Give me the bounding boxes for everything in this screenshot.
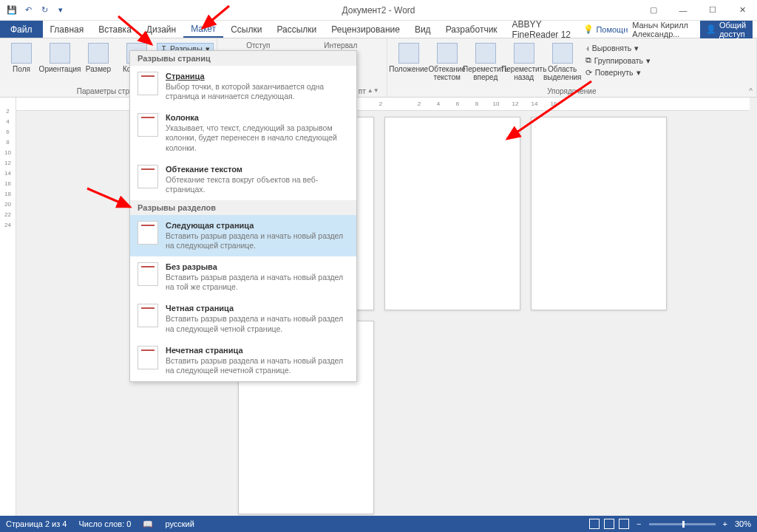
tab-abbyy[interactable]: ABBYY FineReader 12: [505, 21, 584, 38]
zoom-level[interactable]: 30%: [735, 519, 751, 528]
breaks-dropdown: Разрывы страниц СтраницаВыбор точки, в к…: [129, 50, 357, 382]
qat-customize-icon[interactable]: ▾: [55, 4, 67, 16]
selection-pane-label: Область выделения: [543, 65, 581, 81]
section-odd-page[interactable]: Нечетная страницаВставить разрыв раздела…: [130, 340, 356, 381]
ribbon: Поля Ориентация Размер Колонки ↧ Разрывы…: [0, 38, 757, 98]
margins-label: Поля: [13, 65, 30, 73]
even-page-icon: [138, 304, 158, 327]
section-even-page[interactable]: Четная страницаВставить разрыв раздела и…: [130, 298, 356, 339]
close-icon[interactable]: ✕: [727, 0, 757, 21]
orientation-button[interactable]: Ориентация: [41, 40, 78, 86]
continuous-icon: [138, 262, 158, 286]
status-language[interactable]: русский: [165, 519, 194, 528]
view-switcher: [589, 519, 629, 529]
tab-mailings[interactable]: Рассылки: [269, 21, 324, 38]
break-text-wrap[interactable]: Обтекание текстомОбтекание текста вокруг…: [130, 159, 356, 200]
arrange-label: Упорядочение: [390, 86, 753, 95]
tab-review[interactable]: Рецензирование: [324, 21, 407, 38]
align-button[interactable]: ⫞ Выровнять ▾: [583, 43, 654, 53]
pages-area[interactable]: [16, 111, 757, 516]
section-odd-desc: Вставить разрыв раздела и начать новый р…: [166, 356, 349, 375]
tell-me-button[interactable]: 💡 Помощн: [583, 24, 628, 34]
group-button[interactable]: ⧉ Группировать ▾: [583, 55, 654, 66]
backward-icon: [514, 43, 534, 64]
zoom-out-icon[interactable]: −: [637, 519, 641, 528]
bring-forward-button[interactable]: Переместить вперед: [467, 40, 504, 86]
tab-developer[interactable]: Разработчик: [438, 21, 505, 38]
spacing-unit: пт: [359, 87, 366, 95]
selection-pane-icon: [552, 43, 573, 64]
share-label: Общий доступ: [719, 21, 747, 38]
tab-insert[interactable]: Вставка: [91, 21, 139, 38]
backward-label: Переместить назад: [501, 65, 546, 81]
break-page-desc: Выбор точки, в которой заканчивается одн…: [166, 82, 349, 101]
break-column-title: Колонка: [166, 113, 199, 122]
section-cont-title: Без разрыва: [166, 262, 217, 271]
position-label: Положение: [389, 65, 428, 73]
zoom-in-icon[interactable]: +: [723, 519, 727, 528]
print-layout-icon[interactable]: [604, 519, 614, 529]
break-wrap-title: Обтекание текстом: [166, 165, 242, 174]
page-2[interactable]: [384, 117, 520, 310]
wrap-label: Обтекание текстом: [429, 65, 466, 81]
quick-access-toolbar: 💾 ↶ ↻ ▾: [0, 4, 67, 16]
send-backward-button[interactable]: Переместить назад: [506, 40, 543, 86]
ruler-vertical[interactable]: 24681012141618202224: [0, 98, 16, 516]
window-title: Документ2 - Word: [342, 5, 415, 16]
collapse-ribbon-icon[interactable]: ^: [749, 87, 753, 95]
orientation-icon: [50, 43, 70, 64]
zoom-slider[interactable]: [649, 523, 716, 525]
read-mode-icon[interactable]: [589, 519, 600, 529]
tab-references[interactable]: Ссылки: [223, 21, 269, 38]
forward-icon: [475, 43, 496, 64]
break-column[interactable]: КолонкаУказывает, что текст, следующий з…: [130, 107, 356, 158]
text-wrap-icon: [138, 165, 158, 188]
align-label: Выровнять: [592, 44, 632, 52]
undo-icon[interactable]: ↶: [22, 4, 34, 16]
minimize-icon[interactable]: —: [668, 0, 698, 21]
group-obj-label: Группировать: [594, 56, 643, 65]
selection-pane-button[interactable]: Область выделения: [544, 40, 581, 86]
odd-page-icon: [138, 346, 158, 369]
section-breaks-header: Разрывы разделов: [130, 200, 356, 215]
page-3[interactable]: [531, 117, 667, 310]
save-icon[interactable]: 💾: [6, 4, 18, 16]
break-page[interactable]: СтраницаВыбор точки, в которой заканчива…: [130, 66, 356, 107]
size-label: Размер: [86, 65, 111, 73]
next-page-icon: [138, 221, 158, 245]
ribbon-tabs: Файл Главная Вставка Дизайн Макет Ссылки…: [0, 21, 757, 38]
margins-icon: [11, 43, 32, 64]
user-name[interactable]: Маныч Кирилл Александр...: [632, 21, 696, 38]
status-words[interactable]: Число слов: 0: [78, 519, 131, 528]
margins-button[interactable]: Поля: [3, 40, 40, 86]
rotate-label: Повернуть: [595, 68, 634, 77]
size-icon: [88, 43, 109, 64]
section-next-page[interactable]: Следующая страницаВставить разрыв раздел…: [130, 215, 356, 256]
status-page[interactable]: Страница 2 из 4: [6, 519, 67, 528]
tab-file[interactable]: Файл: [0, 21, 43, 38]
tab-view[interactable]: Вид: [407, 21, 438, 38]
workspace: L 24681012141618202224 2246810121416: [0, 98, 757, 516]
redo-icon[interactable]: ↻: [38, 4, 50, 16]
rotate-button[interactable]: ⟳ Повернуть ▾: [583, 67, 654, 78]
web-layout-icon[interactable]: [619, 519, 629, 529]
title-bar: 💾 ↶ ↻ ▾ Документ2 - Word ▢ — ☐ ✕: [0, 0, 757, 21]
spinner-icon[interactable]: ▲▼: [367, 87, 379, 95]
section-next-title: Следующая страница: [166, 221, 254, 230]
ribbon-display-icon[interactable]: ▢: [639, 0, 668, 21]
maximize-icon[interactable]: ☐: [698, 0, 727, 21]
section-odd-title: Нечетная страница: [166, 346, 243, 355]
column-break-icon: [138, 113, 158, 137]
ruler-horizontal[interactable]: 2246810121416: [16, 98, 750, 111]
section-continuous[interactable]: Без разрываВставить разрыв раздела и нач…: [130, 256, 356, 298]
tab-home[interactable]: Главная: [43, 21, 92, 38]
tab-design[interactable]: Дизайн: [139, 21, 183, 38]
size-button[interactable]: Размер: [80, 40, 117, 86]
break-column-desc: Указывает, что текст, следующий за разры…: [166, 123, 349, 152]
wrap-text-button[interactable]: Обтекание текстом: [429, 40, 466, 86]
page-breaks-header: Разрывы страниц: [130, 51, 356, 66]
proofing-icon[interactable]: 📖: [143, 519, 153, 529]
position-button[interactable]: Положение: [390, 40, 427, 86]
share-button[interactable]: 👤 Общий доступ: [700, 18, 753, 41]
tab-layout[interactable]: Макет: [183, 21, 223, 38]
